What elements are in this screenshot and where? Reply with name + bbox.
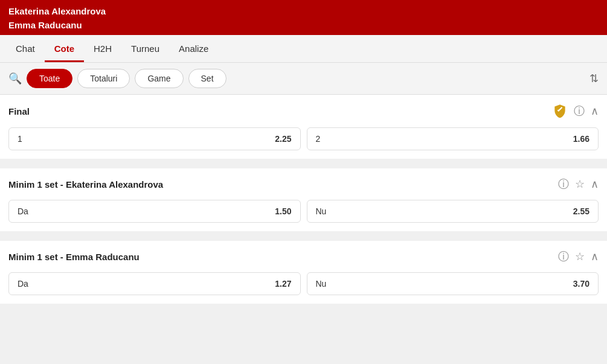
content-area: Final ⓘ ∧ 1 2.25 2 1.66 — [0, 95, 607, 304]
player2-name: Emma Raducanu — [8, 20, 599, 30]
divider-2 — [0, 236, 607, 241]
collapse-icon[interactable]: ∧ — [591, 104, 599, 118]
filter-totaluri[interactable]: Totaluri — [77, 69, 130, 88]
odd-label-da-2: Da — [18, 279, 28, 289]
odds-row-minim-raducanu: Da 1.27 Nu 3.70 — [0, 272, 607, 304]
info-icon[interactable]: ⓘ — [574, 104, 585, 118]
odd-minim-alexandrova-da[interactable]: Da 1.50 — [8, 200, 301, 223]
odd-value-da-2: 1.27 — [275, 279, 291, 289]
tab-chat[interactable]: Chat — [6, 35, 45, 62]
filter-toate[interactable]: Toate — [27, 69, 72, 88]
section-minim-alexandrova-title: Minim 1 set - Ekaterina Alexandrova — [8, 179, 558, 190]
section-minim-raducanu: Minim 1 set - Emma Raducanu ⓘ ☆ ∧ Da 1.2… — [0, 241, 607, 304]
section-final-title: Final — [8, 106, 552, 117]
star-icon-1[interactable]: ☆ — [575, 177, 585, 191]
odd-label-da-1: Da — [18, 206, 28, 216]
match-header: Ekaterina Alexandrova Emma Raducanu — [0, 0, 607, 35]
filter-game[interactable]: Game — [135, 69, 183, 88]
odd-label-nu-1: Nu — [316, 206, 327, 216]
player1-name: Ekaterina Alexandrova — [8, 6, 599, 16]
info-icon-2[interactable]: ⓘ — [558, 177, 569, 191]
section-minim-alexandrova-header: Minim 1 set - Ekaterina Alexandrova ⓘ ☆ … — [0, 168, 607, 200]
odd-minim-alexandrova-nu[interactable]: Nu 2.55 — [307, 200, 599, 223]
tab-cote[interactable]: Cote — [45, 35, 84, 62]
odd-label-2: 2 — [316, 134, 321, 144]
odd-final-1[interactable]: 1 2.25 — [8, 127, 301, 150]
odd-final-2[interactable]: 2 1.66 — [307, 127, 599, 150]
filter-set[interactable]: Set — [188, 69, 226, 88]
odd-minim-raducanu-nu[interactable]: Nu 3.70 — [307, 272, 599, 295]
odd-value-2: 1.66 — [573, 134, 589, 144]
odds-row-final: 1 2.25 2 1.66 — [0, 127, 607, 159]
section-final: Final ⓘ ∧ 1 2.25 2 1.66 — [0, 95, 607, 159]
odd-label-nu-2: Nu — [316, 279, 327, 289]
shield-icon[interactable] — [552, 103, 568, 119]
section-minim-raducanu-header: Minim 1 set - Emma Raducanu ⓘ ☆ ∧ — [0, 241, 607, 272]
odd-value-nu-1: 2.55 — [573, 206, 589, 216]
section-minim-raducanu-title: Minim 1 set - Emma Raducanu — [8, 252, 558, 262]
divider-1 — [0, 164, 607, 168]
sort-icon[interactable]: ⇅ — [589, 72, 599, 85]
search-icon[interactable]: 🔍 — [8, 72, 22, 85]
odd-value-1: 2.25 — [275, 134, 291, 144]
star-icon-2[interactable]: ☆ — [575, 250, 585, 263]
section-final-header: Final ⓘ ∧ — [0, 95, 607, 127]
section-minim-alexandrova-icons: ⓘ ☆ ∧ — [558, 177, 599, 191]
section-minim-alexandrova: Minim 1 set - Ekaterina Alexandrova ⓘ ☆ … — [0, 168, 607, 231]
collapse-icon-2[interactable]: ∧ — [591, 177, 599, 191]
tab-turneu[interactable]: Turneu — [121, 35, 169, 62]
filter-bar: 🔍 Toate Totaluri Game Set ⇅ — [0, 63, 607, 95]
tab-bar: Chat Cote H2H Turneu Analize — [0, 35, 607, 63]
info-icon-3[interactable]: ⓘ — [558, 249, 569, 264]
odd-value-da-1: 1.50 — [275, 206, 291, 216]
odd-minim-raducanu-da[interactable]: Da 1.27 — [8, 272, 301, 295]
odds-row-minim-alexandrova: Da 1.50 Nu 2.55 — [0, 200, 607, 231]
collapse-icon-3[interactable]: ∧ — [591, 250, 599, 263]
tab-h2h[interactable]: H2H — [84, 35, 121, 62]
tab-analize[interactable]: Analize — [169, 35, 218, 62]
odd-label-1: 1 — [18, 134, 22, 144]
section-final-icons: ⓘ ∧ — [552, 103, 599, 119]
section-minim-raducanu-icons: ⓘ ☆ ∧ — [558, 249, 599, 264]
odd-value-nu-2: 3.70 — [573, 279, 589, 289]
